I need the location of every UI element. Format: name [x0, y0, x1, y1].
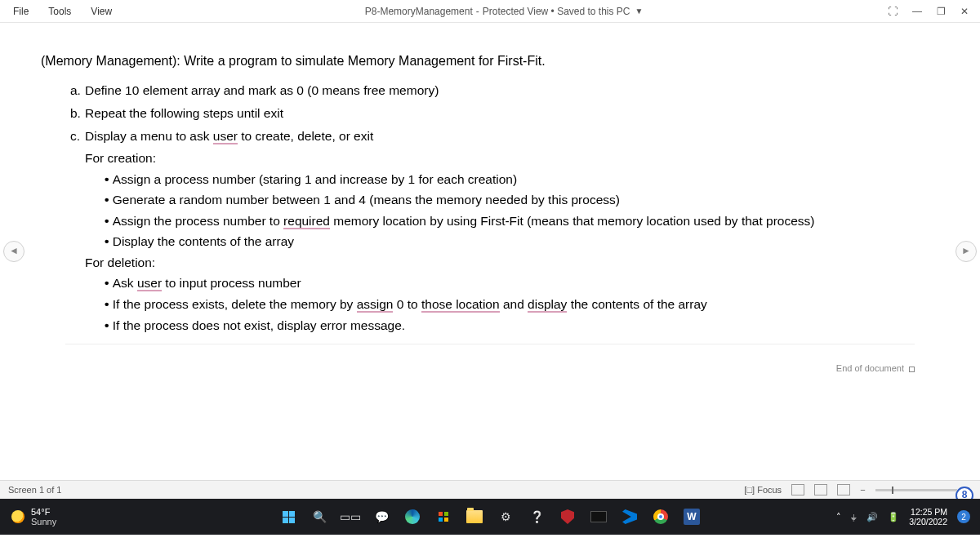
chevron-down-icon[interactable]: ▼ — [635, 7, 644, 16]
creation-bullet-3: Assign the process number to required me… — [105, 211, 939, 232]
document-area: ◄ ► (Memory Management): Write a program… — [0, 23, 980, 480]
next-page-button[interactable]: ► — [956, 241, 977, 262]
menu-tools[interactable]: Tools — [40, 2, 79, 20]
creation-bullets: Assign a process number (staring 1 and i… — [41, 169, 939, 252]
creation-bullet-4: Display the contents of the array — [105, 231, 939, 252]
edge-icon[interactable] — [402, 506, 423, 527]
item-b: b.Repeat the following steps until exit — [70, 103, 939, 124]
view-mode-1[interactable] — [791, 484, 804, 495]
gethelp-icon[interactable]: ❔ — [526, 506, 547, 527]
deletion-bullets: Ask user to input process number If the … — [41, 273, 939, 335]
file-explorer-icon[interactable] — [464, 506, 485, 527]
volume-icon[interactable]: 🔊 — [866, 512, 878, 522]
taskbar: 54°F Sunny 🔍 ▭▭ 💬 ⚙ ❔ W ˄ ⏚ 🔊 🔋 12:25 PM… — [0, 499, 980, 535]
mcafee-icon[interactable] — [557, 506, 578, 527]
deletion-bullet-2: If the process exists, delete the memory… — [105, 294, 939, 315]
window-controls: ⛶ — ❐ ✕ — [888, 6, 980, 17]
document-name: P8-MemoryManagement — [365, 6, 473, 17]
end-of-document: End of document — [41, 361, 939, 375]
title-center[interactable]: P8-MemoryManagement - Protected View • S… — [120, 6, 888, 17]
title-bar: File Tools View P8-MemoryManagement - Pr… — [0, 0, 980, 23]
end-divider — [65, 344, 915, 344]
view-mode-2[interactable] — [814, 484, 827, 495]
notification-badge[interactable]: 2 — [957, 510, 970, 523]
wifi-icon[interactable]: ⏚ — [851, 512, 857, 522]
weather-condition: Sunny — [31, 517, 56, 527]
clock[interactable]: 12:25 PM 3/20/2022 — [909, 507, 947, 527]
for-creation-label: For creation: — [41, 148, 939, 169]
deletion-bullet-1: Ask user to input process number — [105, 273, 939, 294]
chrome-icon[interactable] — [650, 506, 671, 527]
for-deletion-label: For deletion: — [41, 252, 939, 273]
tray-chevron-icon[interactable]: ˄ — [836, 512, 841, 522]
terminal-icon[interactable] — [588, 506, 609, 527]
focus-mode-button[interactable]: [□] Focus — [744, 485, 782, 495]
zoom-slider[interactable] — [875, 489, 957, 491]
word-icon[interactable]: W — [681, 506, 702, 527]
maximize-button[interactable]: ❐ — [937, 6, 946, 17]
taskbar-center: 🔍 ▭▭ 💬 ⚙ ❔ W — [278, 506, 702, 527]
start-button[interactable] — [278, 506, 299, 527]
chat-icon[interactable]: 💬 — [371, 506, 392, 527]
title-separator: - — [476, 6, 479, 17]
vscode-icon[interactable] — [619, 506, 640, 527]
clock-time: 12:25 PM — [909, 507, 947, 517]
ms-store-icon[interactable] — [433, 506, 454, 527]
screen-indicator: Screen 1 of 1 — [8, 485, 61, 495]
weather-temp: 54°F — [31, 507, 56, 517]
task-view-button[interactable]: ▭▭ — [340, 506, 361, 527]
battery-icon[interactable]: 🔋 — [888, 512, 899, 522]
clock-date: 3/20/2022 — [909, 517, 947, 527]
doc-heading: (Memory Management): Write a program to … — [41, 51, 939, 72]
view-state: Protected View • Saved to this PC — [483, 6, 630, 17]
system-tray: ˄ ⏚ 🔊 🔋 12:25 PM 3/20/2022 2 — [836, 507, 980, 527]
search-button[interactable]: 🔍 — [309, 506, 330, 527]
prev-page-button[interactable]: ◄ — [3, 241, 24, 262]
deletion-bullet-3: If the process does not exist, display e… — [105, 315, 939, 336]
view-mode-3[interactable] — [837, 484, 850, 495]
creation-bullet-1: Assign a process number (staring 1 and i… — [105, 169, 939, 190]
settings-icon[interactable]: ⚙ — [495, 506, 516, 527]
item-c: c.Display a menu to ask user to create, … — [70, 126, 939, 147]
ordered-list: a.Define 10 element array and mark as 0 … — [41, 80, 939, 146]
creation-bullet-2: Generate a random number between 1 and 4… — [105, 189, 939, 211]
squiggle-user: user — [213, 129, 238, 144]
close-button[interactable]: ✕ — [960, 6, 969, 17]
menu-file[interactable]: File — [5, 2, 37, 20]
minimize-button[interactable]: — — [912, 6, 922, 17]
menu-bar: File Tools View — [0, 2, 120, 20]
zoom-out-button[interactable]: − — [860, 485, 865, 495]
menu-view[interactable]: View — [82, 2, 120, 20]
item-a: a.Define 10 element array and mark as 0 … — [70, 80, 939, 101]
present-icon[interactable]: ⛶ — [888, 6, 898, 17]
status-bar: Screen 1 of 1 [□] Focus − + — [0, 480, 980, 499]
weather-widget[interactable]: 54°F Sunny — [0, 507, 56, 527]
sun-icon — [11, 510, 24, 523]
